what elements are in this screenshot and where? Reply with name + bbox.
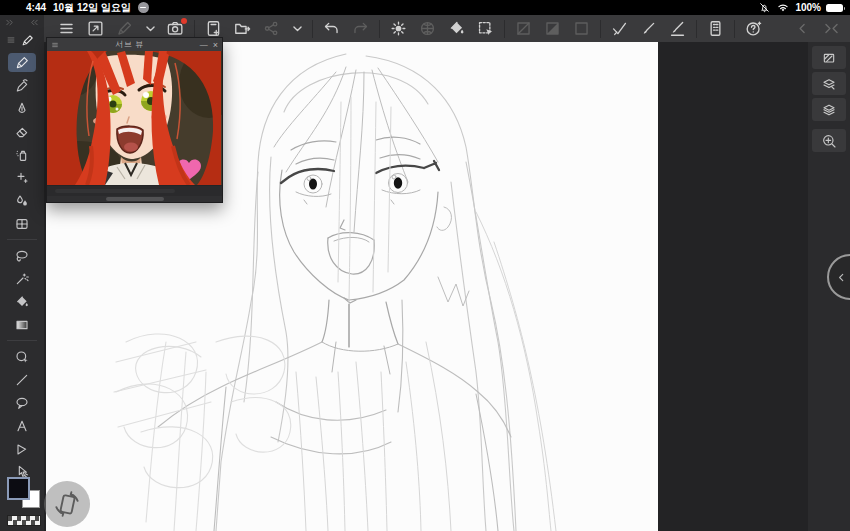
ink-pen-tool-button[interactable] bbox=[8, 99, 36, 118]
select-half-icon bbox=[543, 19, 562, 38]
collapse-right-icon[interactable] bbox=[29, 17, 40, 28]
airbrush-tool-button[interactable] bbox=[8, 145, 36, 164]
selection-button[interactable] bbox=[567, 16, 596, 41]
speech-bubble-tool-button[interactable] bbox=[8, 393, 36, 412]
toolbar-divider bbox=[734, 20, 735, 38]
subview-toolbar bbox=[47, 185, 222, 196]
gradient-icon bbox=[14, 317, 30, 333]
select-eraser-button[interactable] bbox=[634, 16, 663, 41]
share-button[interactable] bbox=[257, 16, 286, 41]
undo-icon bbox=[322, 19, 341, 38]
subview-drag-handle[interactable] bbox=[106, 197, 164, 201]
collapse-left-icon[interactable] bbox=[4, 17, 15, 28]
blend-tool-button[interactable] bbox=[8, 191, 36, 210]
collapse-toolbar-button[interactable] bbox=[788, 16, 817, 41]
layers-panel-button[interactable] bbox=[812, 98, 846, 121]
bucket-icon bbox=[447, 19, 466, 38]
grid-view-button[interactable] bbox=[413, 16, 442, 41]
lasso-icon bbox=[14, 248, 30, 264]
panel-canvas-icon bbox=[821, 50, 837, 66]
transparent-color-swatch[interactable] bbox=[7, 515, 41, 526]
text-tool-button[interactable] bbox=[8, 416, 36, 435]
open-file-button[interactable] bbox=[228, 16, 257, 41]
subview-image[interactable] bbox=[47, 51, 222, 185]
magic-wand-tool-button[interactable] bbox=[8, 269, 36, 288]
polygon-tool-button[interactable] bbox=[8, 439, 36, 458]
share-icon bbox=[262, 19, 281, 38]
help-button[interactable] bbox=[739, 16, 768, 41]
reference-panel-button[interactable] bbox=[812, 46, 846, 69]
current-brush-pencil-icon[interactable] bbox=[20, 33, 35, 48]
battery-icon bbox=[826, 4, 843, 12]
brush-panel-button[interactable] bbox=[812, 72, 846, 95]
eraser-tool-button[interactable] bbox=[8, 122, 36, 141]
redo-icon bbox=[351, 19, 370, 38]
subview-minimize-button[interactable]: — bbox=[200, 40, 208, 49]
material-panel-button[interactable] bbox=[701, 16, 730, 41]
fill-bucket-button[interactable] bbox=[442, 16, 471, 41]
soft-pen-tool-button[interactable] bbox=[8, 76, 36, 95]
lasso-select-tool-button[interactable] bbox=[8, 246, 36, 265]
mesh-transform-tool-button[interactable] bbox=[8, 214, 36, 233]
save-icon bbox=[204, 19, 223, 38]
select-rect-icon bbox=[572, 19, 591, 38]
navigator-panel-button[interactable] bbox=[812, 129, 846, 152]
share-options-chevron-button[interactable] bbox=[286, 16, 308, 41]
subview-title: 서브 뷰 bbox=[59, 39, 200, 50]
notification-badge bbox=[181, 18, 187, 24]
folder-open-icon bbox=[233, 19, 252, 38]
subview-resize-row bbox=[47, 196, 222, 202]
panel-zoom-icon bbox=[821, 133, 837, 149]
decoration-tool-button[interactable] bbox=[8, 168, 36, 187]
toolbar-divider bbox=[312, 20, 313, 38]
chevron-down-icon bbox=[288, 19, 307, 38]
subview-close-button[interactable]: × bbox=[213, 40, 218, 50]
pen2-icon bbox=[14, 78, 30, 94]
text-icon bbox=[14, 418, 30, 434]
pen-tool-button[interactable] bbox=[8, 53, 36, 72]
objselect-icon bbox=[14, 349, 30, 365]
invert-selection-button[interactable] bbox=[538, 16, 567, 41]
polyflag-icon bbox=[14, 441, 30, 457]
foreground-color-swatch[interactable] bbox=[7, 477, 30, 500]
app-window: 4:44 10월 12일 일요일 100% bbox=[0, 0, 850, 531]
collapse-icon bbox=[822, 19, 841, 38]
eraser-icon bbox=[14, 124, 30, 140]
transform-button[interactable] bbox=[471, 16, 500, 41]
gradient-tool-button[interactable] bbox=[8, 315, 36, 334]
wand-icon bbox=[14, 271, 30, 287]
drops-icon bbox=[14, 193, 30, 209]
toolbar-divider bbox=[379, 20, 380, 38]
menu-icon bbox=[57, 19, 76, 38]
toolbar-divider bbox=[600, 20, 601, 38]
collapse-panels-button[interactable] bbox=[817, 16, 846, 41]
rotate-canvas-icon bbox=[52, 489, 82, 519]
list-icon[interactable] bbox=[6, 35, 16, 45]
tool-divider bbox=[7, 340, 37, 341]
brightness-button[interactable] bbox=[384, 16, 413, 41]
line-icon bbox=[14, 372, 30, 388]
toolbar-divider bbox=[504, 20, 505, 38]
reference-image-art bbox=[47, 51, 222, 185]
chevron-left-icon bbox=[834, 270, 849, 285]
undo-button[interactable] bbox=[317, 16, 346, 41]
bucket-tool-button[interactable] bbox=[8, 292, 36, 311]
pen-icon bbox=[14, 55, 30, 71]
line-tool-button[interactable] bbox=[8, 370, 36, 389]
select-pen-button[interactable] bbox=[605, 16, 634, 41]
status-date: 10월 12일 일요일 bbox=[53, 1, 131, 15]
brush-icon bbox=[639, 19, 658, 38]
rotate-canvas-button[interactable] bbox=[44, 481, 90, 527]
subview-titlebar[interactable]: 서브 뷰 — × bbox=[47, 38, 222, 51]
object-select-tool-button[interactable] bbox=[8, 347, 36, 366]
fullscreen-icon bbox=[86, 19, 105, 38]
chevron-left-icon bbox=[793, 19, 812, 38]
draw-polyline-button[interactable] bbox=[663, 16, 692, 41]
subview-zoom-slider[interactable] bbox=[55, 189, 175, 193]
help-icon bbox=[744, 19, 763, 38]
subview-panel-icon[interactable] bbox=[51, 41, 59, 49]
redo-button[interactable] bbox=[346, 16, 375, 41]
subview-window[interactable]: 서브 뷰 — × bbox=[46, 37, 223, 203]
edit-pen-icon bbox=[115, 19, 134, 38]
deselect-button[interactable] bbox=[509, 16, 538, 41]
